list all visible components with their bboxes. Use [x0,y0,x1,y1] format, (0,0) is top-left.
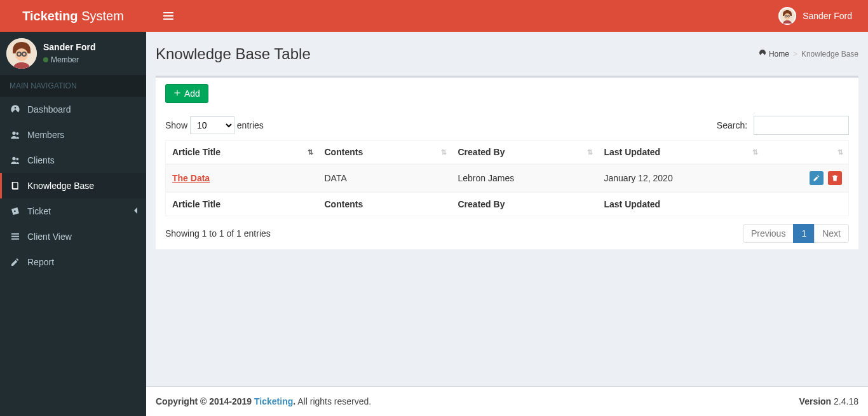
dashboard-icon [759,49,766,59]
hamburger-icon [163,12,173,20]
edit-icon [10,257,21,267]
svg-point-13 [16,158,18,160]
article-link[interactable]: The Data [172,173,210,183]
sidebar-item-label: Clients [27,155,55,165]
header-user-name: Sander Ford [803,11,852,21]
footer-brand-link[interactable]: Ticketing [254,396,293,406]
breadcrumb-active: Knowledge Base [801,50,858,59]
pagination-prev[interactable]: Previous [743,224,794,243]
sidebar-item-label: Knowledge Base [27,181,94,191]
datatable-length: Show 10 entries [165,116,264,134]
footer-version-label: Version [799,396,832,406]
footer-rights: All rights reserved. [297,396,371,406]
sidebar-item-label: Report [27,257,54,267]
sort-icon: ⇅ [587,148,593,156]
col-article-title[interactable]: Article Title⇅ [166,141,318,165]
col-created-by[interactable]: Created By⇅ [452,141,598,165]
svg-rect-15 [11,236,19,237]
breadcrumb-separator: > [793,50,797,59]
delete-button[interactable] [828,171,842,185]
sidebar-item-knowledge-base[interactable]: Knowledge Base [0,173,146,198]
book-icon [10,181,21,191]
dashboard-icon [10,104,21,114]
table-row: The Data DATA Lebron James January 12, 2… [166,164,849,192]
user-panel-name: Sander Ford [43,42,95,53]
datatable-search: Search: [717,116,849,135]
svg-rect-16 [11,239,19,240]
sidebar-item-label: Dashboard [27,104,71,114]
foot-created-by: Created By [452,192,598,216]
logo[interactable]: Ticketing System [0,0,146,32]
datatable-info: Showing 1 to 1 of 1 entries [165,228,271,239]
avatar-icon [6,38,37,69]
foot-last-updated: Last Updated [598,192,763,216]
sidebar: Sander Ford Member MAIN NAVIGATION Dashb… [0,32,146,416]
cell-last-updated: January 12, 2020 [598,164,763,192]
sidebar-item-label: Client View [27,232,72,242]
svg-rect-14 [11,233,19,235]
list-icon [10,232,21,242]
foot-article-title: Article Title [166,192,318,216]
cell-created-by: Lebron James [452,164,598,192]
pagination-next[interactable]: Next [814,224,849,243]
sidebar-item-label: Ticket [27,206,51,216]
col-contents[interactable]: Contents⇅ [318,141,452,165]
header-user-menu[interactable]: Sander Ford [772,3,858,29]
svg-point-11 [16,132,18,135]
logo-light: System [78,9,124,23]
search-input[interactable] [754,116,849,135]
sidebar-item-report[interactable]: Report [0,249,146,275]
users-icon [10,155,21,165]
avatar-icon [778,7,796,25]
trash-icon [831,174,839,182]
sidebar-item-dashboard[interactable]: Dashboard [0,97,146,122]
nav-section-header: MAIN NAVIGATION [0,75,146,97]
length-select[interactable]: 10 [190,116,234,134]
footer-copyright-prefix: Copyright © 2014-2019 [156,396,254,406]
sort-icon: ⇅ [837,148,843,156]
knowledge-base-table: Article Title⇅ Contents⇅ Created By⇅ Las… [165,140,849,216]
users-icon [10,130,21,140]
cell-contents: DATA [318,164,452,192]
breadcrumb-home[interactable]: Home [759,49,789,59]
pagination: Previous 1 Next [743,224,849,243]
add-button-label: Add [184,88,200,99]
col-last-updated[interactable]: Last Updated⇅ [598,141,763,165]
svg-point-12 [12,157,15,160]
user-panel-status: Member [43,55,95,64]
pencil-icon [813,174,820,182]
logo-bold: Ticketing [22,9,78,23]
sidebar-item-client-view[interactable]: Client View [0,224,146,249]
plus-icon [173,88,181,99]
sort-icon: ⇅ [308,148,313,156]
sidebar-item-members[interactable]: Members [0,122,146,148]
sidebar-toggle[interactable] [156,5,181,27]
sidebar-item-ticket[interactable]: Ticket [0,198,146,224]
footer: Copyright © 2014-2019 Ticketing. All rig… [146,386,868,416]
foot-contents: Contents [318,192,452,216]
sidebar-item-clients[interactable]: Clients [0,148,146,173]
pagination-page-1[interactable]: 1 [793,224,815,243]
footer-version-value: 2.4.18 [831,396,858,406]
sort-icon: ⇅ [441,148,447,156]
sort-icon: ⇅ [752,148,758,156]
online-dot-icon [43,57,48,62]
add-button[interactable]: Add [165,84,208,103]
edit-button[interactable] [810,171,824,185]
breadcrumb: Home > Knowledge Base [759,49,858,59]
ticket-icon [10,206,21,216]
foot-actions [763,192,849,216]
svg-point-10 [12,132,15,135]
page-title: Knowledge Base Table [156,45,311,63]
content-box: Add Show 10 entries Search: [156,76,858,249]
col-actions: ⇅ [763,141,849,165]
user-panel: Sander Ford Member [0,32,146,75]
sidebar-item-label: Members [27,130,64,140]
chevron-left-icon [133,207,139,215]
